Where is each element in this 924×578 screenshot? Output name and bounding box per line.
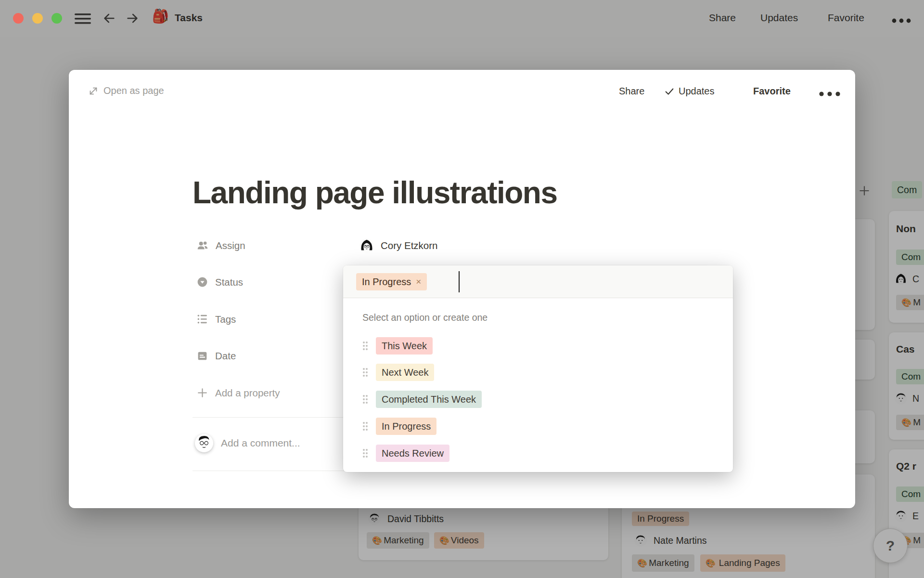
add-comment-placeholder: Add a comment... — [221, 437, 300, 449]
avatar — [359, 238, 374, 253]
status-option-next-week[interactable]: Next Week — [343, 361, 733, 383]
modal-updates-button[interactable]: Updates — [664, 86, 715, 97]
assign-value[interactable]: Cory Etzkorn — [359, 238, 437, 253]
option-label: In Progress — [382, 421, 431, 432]
status-option-needs-review[interactable]: Needs Review — [343, 442, 733, 464]
add-property-button[interactable]: Add a property — [196, 387, 280, 399]
selected-status-label: In Progress — [362, 276, 411, 288]
status-dropdown-icon — [196, 276, 208, 288]
drag-handle-icon[interactable] — [361, 394, 369, 405]
open-as-page-button[interactable]: Open as page — [88, 85, 164, 96]
drag-handle-icon[interactable] — [361, 447, 369, 459]
minimize-window-button[interactable] — [32, 13, 43, 24]
property-assign[interactable]: Assign — [196, 239, 245, 252]
selected-status-tag[interactable]: In Progress × — [356, 273, 427, 290]
assignee-name: Cory Etzkorn — [381, 240, 437, 251]
zoom-window-button[interactable] — [51, 13, 62, 24]
property-date[interactable]: Date — [196, 350, 236, 362]
property-label: Status — [215, 276, 243, 288]
page-title[interactable]: Landing page illustrations — [192, 175, 557, 210]
option-label: This Week — [382, 341, 427, 352]
property-label: Tags — [215, 314, 236, 325]
add-property-label: Add a property — [215, 387, 280, 399]
option-label: Needs Review — [382, 448, 444, 459]
status-option-completed-this-week[interactable]: Completed This Week — [343, 388, 733, 410]
property-tags[interactable]: Tags — [196, 313, 236, 325]
property-status[interactable]: Status — [196, 276, 243, 288]
open-as-page-label: Open as page — [103, 85, 164, 96]
remove-tag-icon[interactable]: × — [416, 276, 421, 287]
status-tag-input[interactable]: In Progress × — [343, 265, 733, 298]
option-label: Completed This Week — [382, 394, 476, 405]
close-window-button[interactable] — [13, 13, 24, 24]
status-dropdown-panel: In Progress × Select an option or create… — [343, 265, 733, 472]
add-comment-row[interactable]: Add a comment... — [195, 434, 300, 452]
drag-handle-icon[interactable] — [361, 367, 369, 378]
property-label: Date — [215, 350, 236, 362]
modal-more-icon[interactable] — [819, 90, 841, 99]
dropdown-hint: Select an option or create one — [362, 312, 488, 323]
people-icon — [196, 239, 209, 252]
option-label: Next Week — [382, 367, 428, 378]
expand-icon — [88, 86, 99, 96]
drag-handle-icon[interactable] — [361, 340, 369, 352]
plus-icon — [196, 387, 208, 399]
status-option-in-progress[interactable]: In Progress — [343, 415, 733, 437]
modal-favorite-button[interactable]: Favorite — [753, 86, 791, 97]
drag-handle-icon[interactable] — [361, 420, 369, 432]
calendar-icon — [196, 350, 208, 362]
text-cursor — [459, 271, 460, 292]
check-icon — [664, 86, 675, 97]
status-option-this-week[interactable]: This Week — [343, 335, 733, 357]
avatar — [195, 434, 213, 452]
property-label: Assign — [216, 240, 245, 251]
modal-share-button[interactable]: Share — [619, 86, 644, 97]
list-icon — [196, 313, 208, 325]
